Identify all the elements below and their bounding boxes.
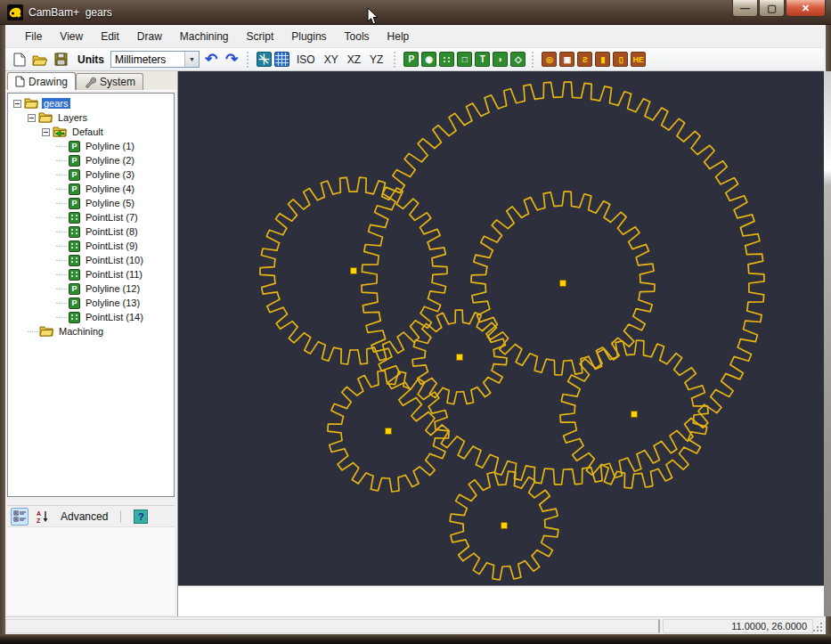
- tree-connector: [56, 189, 67, 190]
- tree-item-pointlist-14[interactable]: PointList (14): [8, 310, 174, 324]
- gear-center-point[interactable]: [501, 523, 508, 529]
- drill-mop-icon[interactable]: ▯: [613, 52, 628, 67]
- tree-item-default[interactable]: Default: [8, 125, 174, 139]
- tree-item-polyline-12[interactable]: PPolyline (12): [8, 281, 174, 296]
- tree-item-label: PointList (10): [84, 255, 145, 265]
- property-toolbar-separator: [120, 510, 121, 523]
- minimize-button[interactable]: —: [732, 0, 758, 17]
- undo-icon[interactable]: ↶: [202, 51, 220, 69]
- tree-expander-icon[interactable]: [28, 114, 36, 122]
- polyline-tool-icon[interactable]: P: [403, 52, 419, 67]
- lathe-mop-icon[interactable]: ▮: [595, 52, 610, 67]
- tree-connector: [56, 175, 67, 175]
- circle-tool-icon[interactable]: ◉: [421, 52, 436, 67]
- gear-drawing[interactable]: [178, 71, 824, 585]
- pocket-mop-icon[interactable]: ▣: [559, 52, 574, 67]
- tree-item-gears[interactable]: gears: [8, 96, 174, 110]
- menu-file[interactable]: File: [16, 27, 51, 46]
- menu-draw[interactable]: Draw: [128, 27, 171, 46]
- view-iso-button[interactable]: ISO: [292, 52, 320, 68]
- region-tool-icon[interactable]: ◗: [493, 52, 508, 67]
- tab-drawing[interactable]: Drawing: [7, 72, 76, 90]
- maximize-button[interactable]: ▢: [759, 0, 785, 17]
- redo-icon[interactable]: ↷: [223, 51, 240, 69]
- tree-item-polyline-5[interactable]: PPolyline (5): [8, 196, 174, 210]
- canvas-bottom-strip: [178, 585, 824, 616]
- advanced-button[interactable]: Advanced: [61, 510, 108, 523]
- tree-item-pointlist-7[interactable]: PointList (7): [8, 210, 174, 224]
- show-grid-icon[interactable]: [274, 52, 289, 67]
- tree-item-label: Layers: [56, 112, 89, 123]
- folder-icon: [24, 97, 38, 110]
- drawing-canvas[interactable]: [178, 71, 824, 585]
- surface-tool-icon[interactable]: ◇: [510, 52, 525, 67]
- sort-alphabetical-icon[interactable]: AZ: [34, 508, 52, 526]
- tree-item-pointlist-10[interactable]: PointList (10): [8, 253, 174, 267]
- gear-center-point[interactable]: [457, 355, 463, 361]
- tree-item-label: Polyline (1): [84, 141, 136, 151]
- tree-connector: [56, 203, 67, 204]
- tree-expander-icon[interactable]: [42, 128, 50, 136]
- tree-item-label: PointList (11): [84, 269, 144, 280]
- menu-help[interactable]: Help: [379, 27, 419, 46]
- toolbar-separator: [247, 52, 250, 68]
- folder-icon: [39, 325, 53, 338]
- rectangle-tool-icon[interactable]: □: [457, 52, 472, 67]
- toolbar-separator: [532, 52, 535, 68]
- polyline-icon: P: [69, 283, 80, 295]
- units-label: Units: [77, 53, 104, 66]
- engrave-mop-icon[interactable]: Ƨ: [577, 52, 592, 67]
- resize-grip[interactable]: [813, 619, 824, 633]
- menu-machining[interactable]: Machining: [171, 27, 238, 46]
- window-right-edge: [824, 71, 831, 616]
- profile-mop-icon[interactable]: ◎: [542, 52, 557, 67]
- save-file-icon[interactable]: [52, 51, 69, 69]
- tree-item-pointlist-8[interactable]: PointList (8): [8, 224, 174, 239]
- view-xz-button[interactable]: XZ: [343, 52, 365, 68]
- new-file-icon[interactable]: [11, 51, 29, 69]
- text-tool-icon[interactable]: T: [475, 52, 490, 67]
- tree-item-label: Polyline (4): [84, 183, 136, 194]
- gear-center-point[interactable]: [351, 268, 357, 274]
- help-button[interactable]: ?: [134, 509, 148, 524]
- view-xy-button[interactable]: XY: [320, 52, 343, 68]
- show-axes-icon[interactable]: [257, 52, 272, 67]
- title-bar[interactable]: CamBam+ gears — ▢ ✕: [0, 0, 831, 25]
- gear-center-point[interactable]: [631, 412, 638, 418]
- property-grid[interactable]: [7, 526, 175, 615]
- pointlist-icon: [69, 240, 80, 252]
- tree-item-layers[interactable]: Layers: [8, 110, 174, 125]
- tree-item-polyline-3[interactable]: PPolyline (3): [8, 167, 174, 182]
- tree-item-pointlist-9[interactable]: PointList (9): [8, 239, 174, 253]
- gear-center-point[interactable]: [560, 281, 566, 287]
- combobox-arrow-icon[interactable]: ▼: [184, 52, 199, 67]
- menu-view[interactable]: View: [51, 27, 92, 46]
- close-button[interactable]: ✕: [786, 0, 826, 17]
- view-yz-button[interactable]: YZ: [365, 52, 387, 68]
- tree-item-polyline-1[interactable]: PPolyline (1): [8, 139, 174, 153]
- categorized-icon[interactable]: [11, 508, 29, 526]
- cursor-coordinates: 11.0000, 26.0000: [663, 619, 813, 633]
- tree-item-label: Machining: [57, 326, 105, 337]
- tree-item-polyline-13[interactable]: PPolyline (13): [8, 296, 174, 310]
- tab-system[interactable]: System: [76, 73, 143, 90]
- tree-item-polyline-4[interactable]: PPolyline (4): [8, 182, 174, 196]
- tab-strip: Drawing System: [5, 71, 177, 91]
- open-file-icon[interactable]: [31, 51, 49, 69]
- tree-item-machining[interactable]: Machining: [8, 324, 174, 338]
- tree-expander-icon[interactable]: [13, 100, 21, 108]
- tree-item-polyline-2[interactable]: PPolyline (2): [8, 153, 174, 167]
- menu-plugins[interactable]: Plugins: [282, 27, 335, 46]
- main-toolbar: Units Millimeters ▼ ↶ ↷ ISOXYXZYZ P◉□T◗◇…: [5, 48, 824, 71]
- pointlist-tool-icon[interactable]: [439, 52, 454, 67]
- left-panel: Drawing System gearsLayersDefaultPPolyli…: [5, 71, 178, 616]
- units-combobox[interactable]: Millimeters ▼: [110, 51, 200, 68]
- gear-center-point[interactable]: [386, 428, 392, 435]
- tree-connector: [56, 260, 67, 261]
- menu-script[interactable]: Script: [238, 27, 283, 46]
- tree-item-pointlist-11[interactable]: PointList (11): [8, 267, 174, 281]
- heightmap-mop-icon[interactable]: HE: [631, 52, 646, 67]
- polyline-icon: P: [69, 155, 80, 167]
- toolbar-separator: [394, 52, 397, 68]
- menu-edit[interactable]: Edit: [92, 27, 128, 46]
